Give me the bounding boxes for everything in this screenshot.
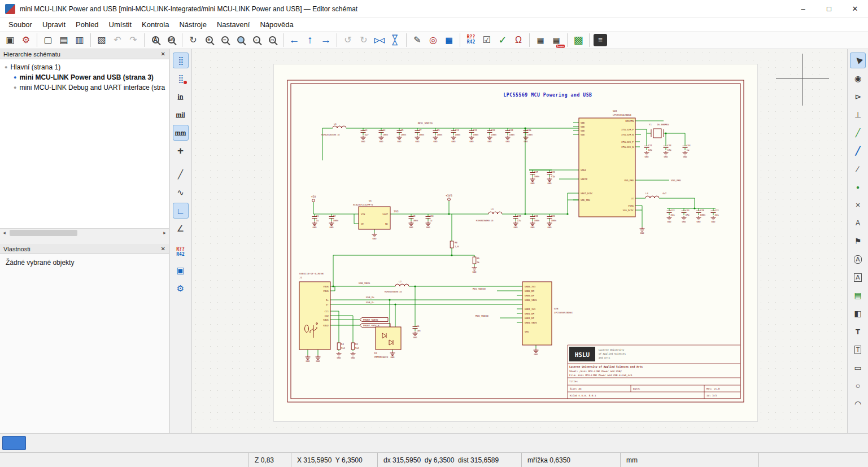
cap-value[interactable]: 100n [527, 133, 533, 136]
menu-umistit[interactable]: Umístit [104, 19, 137, 30]
hier-label-swdio[interactable]: PROBE_SWDIO [363, 318, 378, 321]
scroll-left-icon[interactable]: ◂ [0, 229, 8, 237]
ref-label[interactable]: D1 [374, 352, 377, 355]
capacitors-layer[interactable]: C34u7C4100nC5100nC7100nC9100nC11100nC121… [312, 128, 719, 339]
ic-u2a[interactable]: U2A LPC55S66JBD64 VDD VDD VDD VDD VDDA V… [579, 110, 635, 217]
ref-label[interactable]: Y1 [649, 123, 652, 126]
gnd-symbol[interactable] [696, 216, 701, 223]
gnd-symbol[interactable] [379, 136, 384, 143]
cap-ref[interactable]: C23 [686, 209, 690, 212]
tool-import-sheet-pin[interactable]: ◧ [850, 305, 866, 321]
tree-item-debug-uart[interactable]: ● mini MCU-LINK Debug and UART interface… [0, 82, 169, 93]
cap-ref[interactable]: C2 [333, 215, 336, 217]
zoom-in-button[interactable]: + [201, 32, 217, 48]
tool-draw-arc[interactable]: ◠ [850, 396, 866, 412]
resistors[interactable]: R8 1,0 R5 2k R4 5k1 R2 5k1 [337, 239, 479, 351]
tool-wire-bus-entry[interactable]: ∕ [850, 161, 866, 177]
cap-value[interactable]: 10n [417, 329, 421, 332]
cap-ref[interactable]: C5 [401, 129, 404, 132]
tool-add-bus[interactable]: ╱ [850, 143, 866, 159]
cap-ref[interactable]: C22 [715, 209, 719, 212]
value-label[interactable]: MIM0603N6R8-10 [385, 291, 402, 293]
resistor-r2[interactable] [351, 341, 355, 351]
hierarchical-labels[interactable]: PROBE_SWDIO PROBE_SWDCLK [360, 318, 390, 328]
grid-override-button[interactable]: ⣿ [173, 71, 189, 86]
tool-select[interactable]: ▶ [850, 53, 866, 68]
menu-soubor[interactable]: Soubor [3, 19, 37, 30]
gnd-symbol[interactable] [547, 221, 552, 229]
cap-value[interactable]: 12p [648, 149, 653, 151]
tool-add-textbox[interactable]: T [850, 342, 866, 357]
inductor-l3[interactable] [488, 212, 502, 214]
gnd-symbol[interactable] [547, 177, 552, 185]
schematic-canvas[interactable]: GND [192, 49, 847, 433]
cap-ref[interactable]: C16 [527, 129, 532, 132]
ref-label[interactable]: R2 [355, 343, 358, 346]
menu-kontrola[interactable]: Kontrola [137, 19, 174, 30]
cap-value[interactable]: 100n [491, 133, 497, 136]
value-label[interactable]: LPC55S66JBD64 [613, 114, 631, 116]
mirror-v-button[interactable]: ▷◁ [387, 32, 403, 48]
cap-value[interactable]: 22u [517, 219, 522, 222]
net-label-mcu-vddio[interactable]: MCU_VDDIO [418, 122, 433, 125]
cap-value[interactable]: 47p [686, 213, 690, 216]
gnd-symbol[interactable] [413, 331, 418, 339]
cap-ref[interactable]: C6 [417, 325, 420, 328]
gnd-symbol[interactable] [433, 136, 438, 143]
value-label[interactable]: USB4110-GF-A_REVB [299, 272, 324, 275]
ic-u1-regulator[interactable]: U1 XC6227C33LPM-6 VIN VOUT CE NC [353, 199, 390, 229]
cap-ref[interactable]: C18 [534, 215, 539, 217]
cap-value[interactable]: 100n [437, 133, 443, 136]
gnd-symbol[interactable] [361, 136, 366, 143]
cap-value[interactable]: 100n [534, 175, 540, 178]
ref-label[interactable]: J1 [299, 276, 303, 279]
unit-mils-button[interactable]: mil [173, 107, 189, 123]
cap-value[interactable]: 100n [551, 219, 557, 222]
gnd-symbol[interactable] [329, 221, 334, 229]
gnd-symbol[interactable] [487, 136, 492, 143]
cap-value[interactable]: 22u [671, 213, 675, 216]
ref-label[interactable]: U1 [369, 199, 372, 202]
cap-ref[interactable]: C21 [648, 144, 653, 147]
gnd-symbol[interactable] [682, 216, 687, 223]
cap-ref[interactable]: C34 [687, 144, 691, 147]
tool-hier-label[interactable]: A [850, 269, 866, 285]
scroll-thumb[interactable] [10, 230, 77, 236]
tool-highlight-net[interactable]: ◉ [850, 71, 866, 86]
value-label[interactable]: XC6227C33LPM-6 [353, 203, 373, 206]
value-label[interactable]: MIM0603N6R8-10 [476, 220, 493, 222]
schematic-setup-button[interactable]: ⚙ [18, 32, 34, 48]
hidden-pins-button[interactable]: ╱ [173, 167, 189, 182]
show-graphics-button[interactable]: ∿ [173, 185, 189, 200]
cap-ref[interactable]: C14 [509, 129, 514, 132]
ref-label[interactable]: L2 [399, 280, 402, 283]
menu-nastaveni[interactable]: Nastavení [212, 19, 255, 30]
net-label-usb-vbus[interactable]: USB_VBUS [359, 282, 370, 285]
esd-diode-d1[interactable]: D1 PRTR5V0U2X [374, 327, 401, 359]
properties-toggle-button[interactable]: ⚙ [173, 281, 189, 296]
cap-value[interactable]: 100n [419, 133, 425, 136]
gnd-symbol[interactable] [513, 221, 518, 229]
annotate-button[interactable]: R??R42 [463, 32, 479, 48]
usb-connector-j1[interactable]: USB4110-GF-A_REVB J1 VBUS VBUS D+ D- CC1… [299, 272, 330, 350]
rotate-ccw-button[interactable]: ↺ [340, 32, 356, 48]
tool-add-sheet[interactable]: ▤ [850, 287, 866, 303]
gnd-symbol[interactable] [667, 216, 672, 223]
cap-ref[interactable]: C20 [551, 215, 556, 217]
zoom-out-button[interactable]: − [217, 32, 233, 48]
free-angle-wires-button[interactable]: ∠ [173, 221, 189, 237]
symbol-fields-table-button[interactable]: ▦ [533, 32, 548, 48]
sheet-pages-button[interactable]: ▣ [173, 263, 189, 278]
value-label[interactable]: 5k1 [341, 347, 346, 350]
net-label-mcu-vddio[interactable]: MCU_VDDIO [473, 287, 486, 290]
print-button[interactable]: ▤ [56, 32, 72, 48]
unit-mm-button[interactable]: mm [173, 125, 189, 141]
cap-value[interactable]: 4u7 [365, 133, 369, 136]
panel-splitter[interactable] [0, 237, 169, 244]
cap-ref[interactable]: C1 [316, 215, 319, 217]
gnd-symbol[interactable] [664, 151, 669, 158]
ic-u2b[interactable]: U2B LPC55S69JBD64 USB0_3V3 USB0_DM USB0_… [522, 282, 573, 345]
value-label[interactable]: 2k [477, 261, 479, 264]
inductor-l1[interactable] [333, 126, 346, 128]
open-pcb-editor-button[interactable]: ▩ [570, 32, 586, 48]
